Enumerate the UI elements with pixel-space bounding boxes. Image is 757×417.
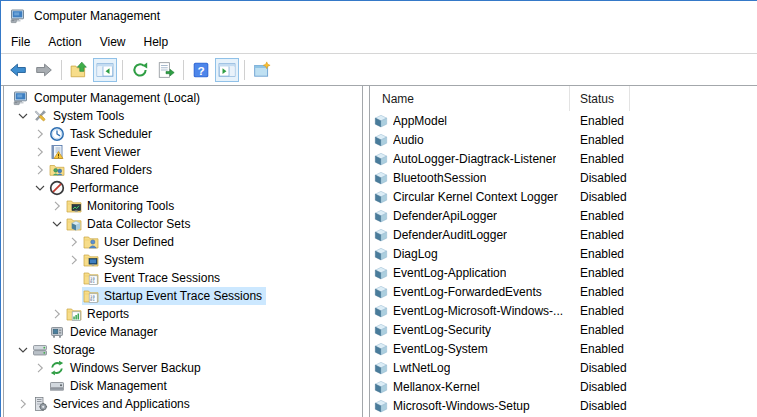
- list-row-eventlog-system[interactable]: EventLog-SystemEnabled: [370, 339, 757, 358]
- session-name: EventLog-Security: [393, 323, 491, 337]
- task-scheduler-icon: [49, 126, 65, 142]
- forward-icon: [35, 61, 53, 79]
- menu-view[interactable]: View: [91, 32, 135, 52]
- chevron-collapsed-icon[interactable]: [65, 252, 82, 268]
- back-button[interactable]: [6, 58, 30, 82]
- chevron-expanded-icon[interactable]: [31, 180, 48, 196]
- refresh-button[interactable]: [128, 58, 152, 82]
- tree-item-content: Reports: [65, 305, 133, 323]
- list-row-eventlog-security[interactable]: EventLog-SecurityEnabled: [370, 320, 757, 339]
- session-name-cell: Mellanox-Kernel: [370, 380, 570, 394]
- tree-item-user-defined[interactable]: User Defined: [4, 233, 362, 251]
- help-button[interactable]: ?: [189, 58, 213, 82]
- tree-item-shared-folders[interactable]: Shared Folders: [4, 161, 362, 179]
- tree-item-services-and-applications[interactable]: Services and Applications: [4, 395, 362, 413]
- list-row-autologger-diagtrack-listener[interactable]: AutoLogger-Diagtrack-ListenerEnabled: [370, 149, 757, 168]
- menu-file[interactable]: File: [2, 32, 39, 52]
- column-header-name[interactable]: Name: [370, 86, 570, 111]
- chevron-collapsed-icon[interactable]: [65, 234, 82, 250]
- system-folder-icon: [83, 252, 99, 268]
- tree-item-disk-management[interactable]: Disk Management: [4, 377, 362, 395]
- show-action-pane-icon: [218, 61, 236, 79]
- session-name: Audio: [393, 133, 424, 147]
- tree-item-system[interactable]: System: [4, 251, 362, 269]
- svg-text:01: 01: [90, 297, 95, 302]
- session-name-cell: EventLog-Microsoft-Windows-...: [370, 304, 570, 318]
- tree-item-device-manager[interactable]: Device Manager: [4, 323, 362, 341]
- session-name: EventLog-ForwardedEvents: [393, 285, 542, 299]
- session-name: DefenderAuditLogger: [393, 228, 507, 242]
- list-row-defenderapilogger[interactable]: DefenderApiLoggerEnabled: [370, 206, 757, 225]
- show-action-pane-button[interactable]: [215, 58, 239, 82]
- session-name-cell: BluetoothSession: [370, 171, 570, 185]
- session-status: Enabled: [570, 323, 630, 337]
- trace-session-cube-icon: [374, 304, 388, 318]
- list-row-circular-kernel-context-logger[interactable]: Circular Kernel Context LoggerDisabled: [370, 187, 757, 206]
- trace-session-cube-icon: [374, 342, 388, 356]
- tree-item-windows-server-backup[interactable]: Windows Server Backup: [4, 359, 362, 377]
- session-name: AutoLogger-Diagtrack-Listener: [393, 152, 556, 166]
- list-row-lwtnetlog[interactable]: LwtNetLogDisabled: [370, 358, 757, 377]
- toolbar-separator: [244, 60, 245, 80]
- title-bar[interactable]: Computer Management: [1, 1, 757, 30]
- list-body: AppModelEnabledAudioEnabledAutoLogger-Di…: [370, 111, 757, 415]
- tree-item-reports[interactable]: Reports: [4, 305, 362, 323]
- list-row-eventlog-microsoft-windows[interactable]: EventLog-Microsoft-Windows-...Enabled: [370, 301, 757, 320]
- tree-item-performance[interactable]: Performance: [4, 179, 362, 197]
- expand-spacer: [31, 378, 48, 394]
- up-one-level-button[interactable]: [67, 58, 91, 82]
- tree-item-system-tools[interactable]: System Tools: [4, 107, 362, 125]
- show-console-tree-button[interactable]: [93, 58, 117, 82]
- tree-item-event-viewer[interactable]: Event Viewer: [4, 143, 362, 161]
- tree-item-data-collector-sets[interactable]: Data Collector Sets: [4, 215, 362, 233]
- menu-action[interactable]: Action: [39, 32, 90, 52]
- tree-item-content: Computer Management (Local): [12, 89, 204, 107]
- chevron-collapsed-icon[interactable]: [31, 162, 48, 178]
- data-collector-sets-folder-icon: [66, 216, 82, 232]
- new-window-button[interactable]: [250, 58, 274, 82]
- forward-button[interactable]: [32, 58, 56, 82]
- list-row-audio[interactable]: AudioEnabled: [370, 130, 757, 149]
- tree-item-content: Device Manager: [48, 323, 161, 341]
- system-tools-icon: [32, 108, 48, 124]
- export-list-button[interactable]: [154, 58, 178, 82]
- menu-help[interactable]: Help: [135, 32, 178, 52]
- chevron-collapsed-icon[interactable]: [31, 360, 48, 376]
- tree-item-storage[interactable]: Storage: [4, 341, 362, 359]
- list-row-microsoft-windows-setup[interactable]: Microsoft-Windows-SetupDisabled: [370, 396, 757, 415]
- session-status: Enabled: [570, 285, 630, 299]
- session-status: Enabled: [570, 266, 630, 280]
- list-row-eventlog-forwardedevents[interactable]: EventLog-ForwardedEventsEnabled: [370, 282, 757, 301]
- list-row-defenderauditlogger[interactable]: DefenderAuditLoggerEnabled: [370, 225, 757, 244]
- chevron-expanded-icon[interactable]: [48, 216, 65, 232]
- device-manager-icon: [49, 324, 65, 340]
- chevron-collapsed-icon[interactable]: [31, 144, 48, 160]
- tree-item-startup-event-trace-sessions[interactable]: 1001Startup Event Trace Sessions: [4, 287, 362, 305]
- list-row-diaglog[interactable]: DiagLogEnabled: [370, 244, 757, 263]
- tree-item-computer-management-local[interactable]: Computer Management (Local): [4, 89, 362, 107]
- session-name: DiagLog: [393, 247, 438, 261]
- chevron-expanded-icon[interactable]: [14, 342, 31, 358]
- chevron-collapsed-icon[interactable]: [14, 396, 31, 412]
- tree-item-content: Windows Server Backup: [48, 359, 205, 377]
- list-row-appmodel[interactable]: AppModelEnabled: [370, 111, 757, 130]
- list-row-bluetoothsession[interactable]: BluetoothSessionDisabled: [370, 168, 757, 187]
- chevron-collapsed-icon[interactable]: [48, 306, 65, 322]
- refresh-icon: [131, 61, 149, 79]
- new-window-icon: [253, 61, 271, 79]
- chevron-collapsed-icon[interactable]: [31, 126, 48, 142]
- tree-item-monitoring-tools[interactable]: Monitoring Tools: [4, 197, 362, 215]
- tree-item-label: Reports: [87, 307, 129, 321]
- session-name-cell: LwtNetLog: [370, 361, 570, 375]
- session-name-cell: EventLog-System: [370, 342, 570, 356]
- list-row-mellanox-kernel[interactable]: Mellanox-KernelDisabled: [370, 377, 757, 396]
- session-status: Enabled: [570, 152, 630, 166]
- tree-item-content: Data Collector Sets: [65, 215, 194, 233]
- tree-item-task-scheduler[interactable]: Task Scheduler: [4, 125, 362, 143]
- column-header-status[interactable]: Status: [570, 86, 630, 111]
- chevron-collapsed-icon[interactable]: [48, 198, 65, 214]
- tree-item-event-trace-sessions[interactable]: 1001Event Trace Sessions: [4, 269, 362, 287]
- export-list-icon: [157, 61, 175, 79]
- chevron-expanded-icon[interactable]: [14, 108, 31, 124]
- list-row-eventlog-application[interactable]: EventLog-ApplicationEnabled: [370, 263, 757, 282]
